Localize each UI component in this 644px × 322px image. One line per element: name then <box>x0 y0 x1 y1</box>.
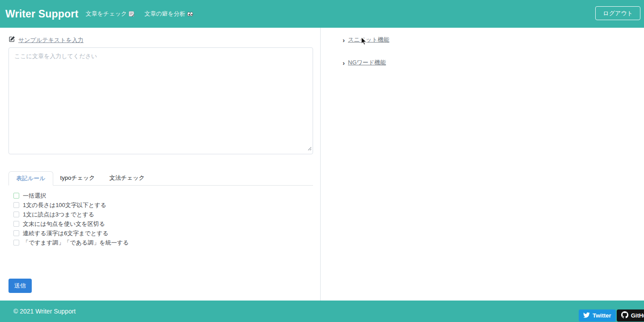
rule-label: 1文の長さは100文字以下とする <box>23 201 106 209</box>
textarea-wrapper <box>8 47 313 154</box>
rule-checkbox[interactable] <box>13 230 19 236</box>
editor-panel: サンプルテキストを入力 表記ルール typoチェック 文法チェック 一括選択 1… <box>0 28 321 301</box>
eyes-icon <box>187 11 193 17</box>
chevron-right-icon[interactable]: › <box>343 59 345 66</box>
select-all-checkbox[interactable] <box>13 193 19 199</box>
rule-label: 「ですます調」「である調」を統一する <box>23 239 129 247</box>
edit-note-icon <box>8 36 15 44</box>
app-header: Writer Support 文章をチェック 文章の癖を分析 <box>0 0 644 28</box>
submit-button[interactable]: 送信 <box>8 279 32 293</box>
ng-word-feature-row: › NGワード機能 <box>343 59 644 67</box>
chevron-right-icon[interactable]: › <box>343 37 345 43</box>
ng-word-feature-link[interactable]: NGワード機能 <box>348 59 386 67</box>
github-button-label: GitHub <box>631 312 644 319</box>
main-content: サンプルテキストを入力 表記ルール typoチェック 文法チェック 一括選択 1… <box>0 28 644 301</box>
github-icon <box>621 311 628 320</box>
app-footer: © 2021 Writer Support Twitter GitHub <box>0 301 644 322</box>
rule-label: 文末には句点を使い文を区切る <box>23 220 105 228</box>
feature-panel: › スニペット機能 › NGワード機能 <box>321 28 644 301</box>
rules-list: 一括選択 1文の長さは100文字以下とする 1文に読点は3つまでとする 文末には… <box>8 191 313 247</box>
nav-analyze-habit-link[interactable]: 文章の癖を分析 <box>144 10 193 18</box>
tab-typo-check[interactable]: typoチェック <box>53 171 102 185</box>
tab-notation-rules[interactable]: 表記ルール <box>8 171 53 186</box>
github-button[interactable]: GitHub <box>617 309 644 322</box>
resize-handle-icon[interactable] <box>308 144 312 153</box>
snippet-feature-row: › スニペット機能 <box>343 36 644 44</box>
text-input[interactable] <box>8 47 313 154</box>
twitter-share-button[interactable]: Twitter <box>579 309 616 322</box>
nav-check-text-link[interactable]: 文章をチェック <box>85 10 135 18</box>
nav-check-text-label: 文章をチェック <box>85 10 127 18</box>
select-all-label: 一括選択 <box>23 192 46 200</box>
social-buttons: Twitter GitHub <box>579 309 644 322</box>
rule-label: 1文に読点は3つまでとする <box>23 211 94 219</box>
memo-icon <box>128 11 135 17</box>
rule-row[interactable]: 文末には句点を使い文を区切る <box>13 219 313 229</box>
twitter-icon <box>583 312 590 319</box>
check-tabs: 表記ルール typoチェック 文法チェック <box>8 171 313 186</box>
snippet-feature-link[interactable]: スニペット機能 <box>348 36 390 44</box>
rule-checkbox[interactable] <box>13 221 19 227</box>
rule-row[interactable]: 「ですます調」「である調」を統一する <box>13 238 313 247</box>
sample-text-row: サンプルテキストを入力 <box>8 36 313 44</box>
logout-button[interactable]: ログアウト <box>595 6 640 20</box>
sample-text-link[interactable]: サンプルテキストを入力 <box>18 36 84 44</box>
copyright-text: © 2021 Writer Support <box>13 308 76 315</box>
twitter-button-label: Twitter <box>593 312 611 319</box>
rule-checkbox[interactable] <box>13 212 19 217</box>
rule-row[interactable]: 連続する漢字は6文字までとする <box>13 229 313 238</box>
header-nav: 文章をチェック 文章の癖を分析 <box>85 10 193 18</box>
rule-row[interactable]: 1文に読点は3つまでとする <box>13 210 313 219</box>
nav-analyze-habit-label: 文章の癖を分析 <box>144 10 186 18</box>
rule-checkbox[interactable] <box>13 240 19 246</box>
select-all-row[interactable]: 一括選択 <box>13 191 313 200</box>
brand-title[interactable]: Writer Support <box>5 8 78 20</box>
rule-row[interactable]: 1文の長さは100文字以下とする <box>13 200 313 210</box>
rule-label: 連続する漢字は6文字までとする <box>23 229 109 237</box>
rule-checkbox[interactable] <box>13 202 19 208</box>
tab-grammar-check[interactable]: 文法チェック <box>102 171 152 185</box>
